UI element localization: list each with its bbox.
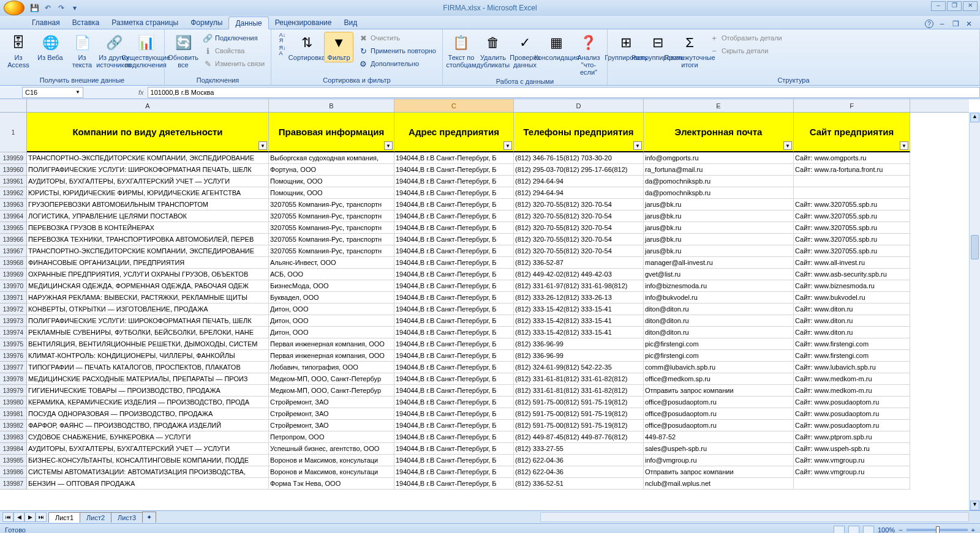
cell[interactable]: 194044,В г.В Санкт-Петербург, Б [394, 199, 514, 211]
col-header-C[interactable]: C [394, 99, 514, 112]
btn-g4-2[interactable]: ✓Проверка данных [510, 32, 540, 70]
row-header[interactable]: 1 [0, 113, 27, 152]
cell[interactable]: 194044,В г.В Санкт-Петербург, Б [394, 350, 514, 362]
cell[interactable]: Дитон, ООО [269, 327, 394, 338]
qat-dropdown-icon[interactable]: ▾ [70, 3, 80, 13]
row-header[interactable]: 139974 [0, 327, 27, 338]
cell[interactable]: 194044,В г.В Санкт-Петербург, Б [394, 211, 514, 222]
row-header[interactable]: 139971 [0, 292, 27, 304]
row-header[interactable]: 139985 [0, 455, 27, 466]
row-header[interactable]: 139972 [0, 304, 27, 315]
cell[interactable]: Дитон, ООО [269, 304, 394, 315]
btn-Подключения[interactable]: 🔗Подключения [200, 32, 267, 44]
cell[interactable]: pic@firstengi.com [644, 338, 794, 350]
sheet-tab-Лист2[interactable]: Лист2 [80, 512, 111, 523]
cell[interactable]: Сайт: www.3207055.spb.ru [794, 245, 910, 257]
tab-Главная[interactable]: Главная [26, 17, 66, 29]
name-box[interactable]: C16 ▼ [22, 87, 83, 98]
cell[interactable]: ВЕНТИЛЯЦИЯ, ВЕНТИЛЯЦИОННЫЕ РЕШЕТКИ, ДЫМО… [27, 338, 269, 350]
cell[interactable]: info@bukvodel.ru [644, 292, 794, 304]
btn-g4-1[interactable]: 🗑Удалить дубликаты [478, 32, 508, 70]
cell[interactable]: (812) 331-61-97(812) 331-61-98(812) [514, 280, 644, 292]
name-box-dropdown-icon[interactable]: ▼ [75, 89, 80, 95]
help-icon[interactable]: ? [925, 20, 933, 28]
cell[interactable]: БИЗНЕС-КОНСУЛЬТАНТЫ, КОНСАЛТИНГОВЫЕ КОМП… [27, 455, 269, 466]
cell[interactable]: jarus@bk.ru [644, 222, 794, 234]
row-header[interactable]: 139986 [0, 466, 27, 478]
cell[interactable]: da@pomochnikspb.ru [644, 176, 794, 187]
cell[interactable]: Стройремонт, ЗАО [269, 397, 394, 408]
cell[interactable]: diton@diton.ru [644, 304, 794, 315]
cell[interactable]: (812) 346-76-15(812) 703-30-20 [514, 152, 644, 164]
cell[interactable]: ЛОГИСТИКА, УПРАВЛЕНИЕ ЦЕЛЯМИ ПОСТАВОК [27, 211, 269, 222]
btn-Из-Веба[interactable]: 🌐Из Веба [36, 32, 65, 62]
cell[interactable]: ТРАНСПОРТНО-ЭКСПЕДИТОРСКИЕ КОМПАНИИ, ЭКС… [27, 245, 269, 257]
cell[interactable]: ЮРИСТЫ, ЮРИДИЧЕСКИЕ ФИРМЫ, ЮРИДИЧЕСКИЕ А… [27, 187, 269, 199]
cell[interactable]: 194044,В г.В Санкт-Петербург, Б [394, 304, 514, 315]
cell[interactable]: 194044,В г.В Санкт-Петербург, Б [394, 478, 514, 490]
view-normal-button[interactable] [834, 526, 845, 534]
cell[interactable]: 3207055 Компания-Рус, транспортн [269, 234, 394, 245]
btn-g4-3[interactable]: ▦Консолидация [542, 32, 571, 62]
cell[interactable]: Сайт: www.3207055.spb.ru [794, 222, 910, 234]
cell[interactable]: БизнесМода, ООО [269, 280, 394, 292]
cell[interactable]: (812) 320-70-55(812) 320-70-54 [514, 245, 644, 257]
restore-button[interactable]: ❐ [947, 1, 962, 11]
cell[interactable]: 3207055 Компания-Рус, транспортн [269, 211, 394, 222]
cell[interactable]: Медком-МП, ООО, Санкт-Петербур [269, 385, 394, 397]
cell[interactable]: 194044,В г.В Санкт-Петербург, Б [394, 315, 514, 327]
cell[interactable]: Сайт: www.omgports.ru [794, 152, 910, 164]
btn-g5-0[interactable]: ⊞Группировать [611, 32, 641, 70]
cell[interactable]: МЕДИЦИНСКИЕ РАСХОДНЫЕ МАТЕРИАЛЫ, ПРЕПАРА… [27, 373, 269, 385]
cell[interactable]: ГИГИЕНИЧЕСКИЕ ТОВАРЫ — ПРОИЗВОДСТВО, ПРО… [27, 385, 269, 397]
cell[interactable]: 194044,В г.В Санкт-Петербург, Б [394, 222, 514, 234]
sheet-tab-Лист1[interactable]: Лист1 [48, 512, 80, 523]
cell[interactable]: 194044,В г.В Санкт-Петербург, Б [394, 280, 514, 292]
cell[interactable]: 194044,В г.В Санкт-Петербург, Б [394, 443, 514, 455]
cell[interactable]: СИСТЕМЫ АВТОМАТИЗАЦИИ: АВТОМАТИЗАЦИЯ ПРО… [27, 466, 269, 478]
cell[interactable]: Сайт: www.lubavich.spb.ru [794, 362, 910, 373]
cell[interactable]: (812) 333-15-42(812) 333-15-41 [514, 315, 644, 327]
cell[interactable]: 194044,В г.В Санкт-Петербург, Б [394, 455, 514, 466]
cell[interactable]: 194044,В г.В Санкт-Петербург, Б [394, 385, 514, 397]
sort-button[interactable]: ⇅ Сортировка [292, 32, 322, 62]
cell[interactable]: Сайт: www.ra-fortuna.front.ru [794, 164, 910, 176]
cell[interactable]: (812) 331-61-81(812) 331-61-82(812) [514, 373, 644, 385]
close-button[interactable]: ✕ [963, 1, 978, 11]
cell[interactable]: (812) 320-70-55(812) 320-70-54 [514, 211, 644, 222]
cell[interactable]: (812) 320-70-55(812) 320-70-54 [514, 234, 644, 245]
sort-za-button[interactable]: Я↓А [275, 45, 290, 57]
cell[interactable]: Сайт: www.vmgroup.ru [794, 466, 910, 478]
cell[interactable]: Помощник, ООО [269, 176, 394, 187]
save-icon[interactable]: 💾 [29, 3, 39, 13]
row-header[interactable]: 139980 [0, 397, 27, 408]
cell[interactable]: 194044,В г.В Санкт-Петербург, Б [394, 338, 514, 350]
cell[interactable]: (812) 294-64-94 [514, 187, 644, 199]
cell[interactable]: Воронов и Максимов, консультаци [269, 466, 394, 478]
cell[interactable]: РЕКЛАМНЫЕ СУВЕНИРЫ, ФУТБОЛКИ, БЕЙСБОЛКИ,… [27, 327, 269, 338]
cell[interactable]: Сайт: www.ptprom.spb.ru [794, 431, 910, 443]
cell[interactable] [794, 176, 910, 187]
scroll-down-button[interactable]: ▼ [970, 501, 979, 510]
cell[interactable]: office@medkom.sp.ru [644, 373, 794, 385]
cell[interactable]: (812) 333-15-42(812) 333-15-41 [514, 304, 644, 315]
cell[interactable]: (812) 320-70-55(812) 320-70-54 [514, 222, 644, 234]
filter-dropdown-icon[interactable]: ▼ [384, 141, 393, 150]
cell[interactable]: 194044,В г.В Санкт-Петербург, Б [394, 466, 514, 478]
filter-dropdown-icon[interactable]: ▼ [633, 141, 642, 150]
cell[interactable]: 194044,В г.В Санкт-Петербург, Б [394, 176, 514, 187]
cell[interactable] [794, 478, 910, 490]
refresh-all-button[interactable]: 🔄 Обновить все [168, 32, 198, 70]
sheet-nav-next[interactable]: ▶ [24, 512, 36, 522]
redo-icon[interactable]: ↷ [56, 3, 66, 13]
cell[interactable]: Сайт: www.all-invest.ru [794, 257, 910, 269]
cell[interactable]: office@posudaoptom.ru [644, 408, 794, 420]
cell[interactable]: diton@diton.ru [644, 315, 794, 327]
filter-dropdown-icon[interactable]: ▼ [503, 141, 512, 150]
cell[interactable]: (812) 336-52-87 [514, 257, 644, 269]
cell[interactable]: Дитон, ООО [269, 315, 394, 327]
row-header[interactable]: 139968 [0, 257, 27, 269]
col-header-B[interactable]: B [269, 99, 394, 112]
zoom-level[interactable]: 100% [878, 526, 895, 534]
cell[interactable]: АСБ, ООО [269, 269, 394, 280]
